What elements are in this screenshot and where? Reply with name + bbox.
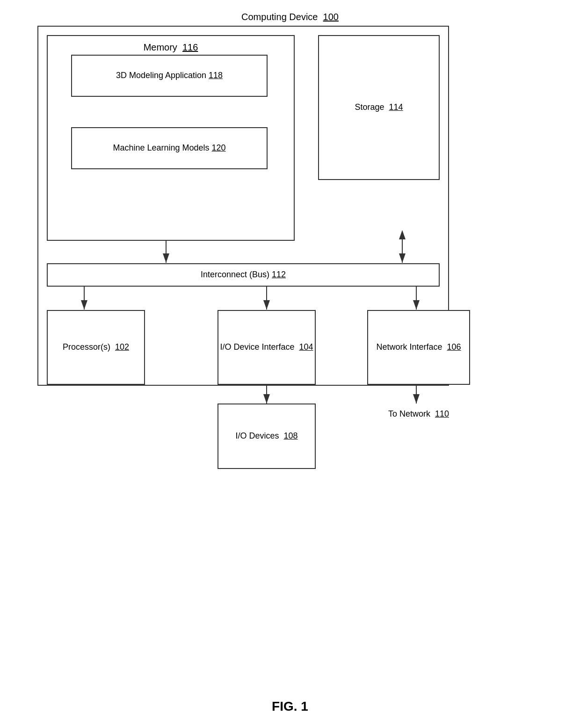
storage-box: Storage 114 — [318, 35, 440, 180]
modeling-app-box: 3D Modeling Application 118 — [71, 55, 268, 97]
diagram-container: Computing Device 100 Memory 116 3D Model… — [28, 9, 552, 691]
network-interface-box: Network Interface 106 — [367, 310, 470, 385]
computing-device-label: Computing Device 100 — [241, 12, 339, 22]
ml-models-box: Machine Learning Models 120 — [71, 127, 268, 169]
io-device-interface-box: I/O Device Interface 104 — [218, 310, 316, 385]
figure-label: FIG. 1 — [272, 699, 308, 714]
to-network-label: To Network 110 — [367, 409, 470, 419]
interconnect-box: Interconnect (Bus) 112 — [47, 263, 440, 287]
memory-box: Memory 116 3D Modeling Application 118 M… — [47, 35, 295, 241]
processors-box: Processor(s) 102 — [47, 310, 145, 385]
io-devices-box: I/O Devices 108 — [218, 404, 316, 469]
